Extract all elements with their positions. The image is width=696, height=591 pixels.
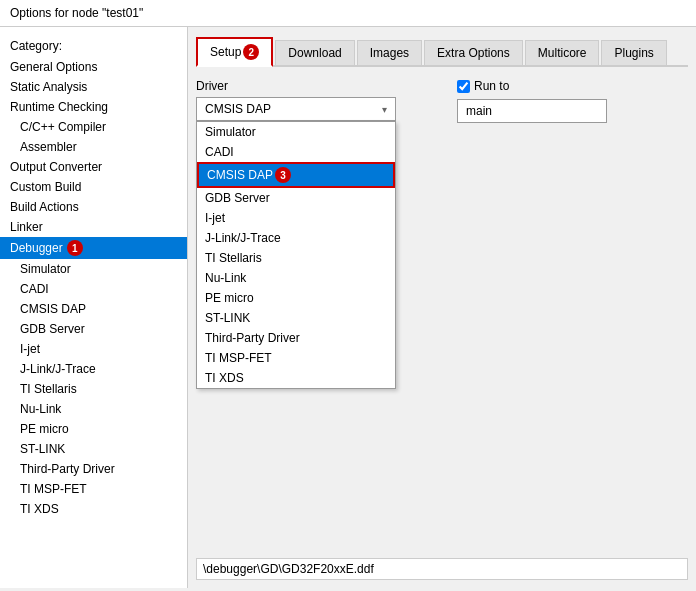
- tab-bar: Setup2DownloadImagesExtra OptionsMultico…: [196, 35, 688, 67]
- driver-right: Run to: [457, 79, 688, 123]
- file-path-container: \debugger\GD\GD32F20xxE.ddf: [196, 542, 688, 580]
- dropdown-item-i-jet[interactable]: I-jet: [197, 208, 395, 228]
- tab-download[interactable]: Download: [275, 40, 354, 65]
- sidebar-item-runtime-checking[interactable]: Runtime Checking: [0, 97, 187, 117]
- title-text: Options for node "test01": [10, 6, 143, 20]
- main-content: Setup2DownloadImagesExtra OptionsMultico…: [188, 27, 696, 588]
- sidebar-item-i-jet[interactable]: I-jet: [0, 339, 187, 359]
- dropdown-item-gdb-server[interactable]: GDB Server: [197, 188, 395, 208]
- tab-multicore[interactable]: Multicore: [525, 40, 600, 65]
- sidebar-item-nu-link[interactable]: Nu-Link: [0, 399, 187, 419]
- driver-selected-value: CMSIS DAP: [205, 102, 271, 116]
- sidebar-item-cmsis-dap[interactable]: CMSIS DAP: [0, 299, 187, 319]
- dropdown-item-cmsis-dap[interactable]: CMSIS DAP3: [197, 162, 395, 188]
- sidebar-item-build-actions[interactable]: Build Actions: [0, 197, 187, 217]
- sidebar-item-ti-msp-fet[interactable]: TI MSP-FET: [0, 479, 187, 499]
- dropdown-item-ti-msp-fet[interactable]: TI MSP-FET: [197, 348, 395, 368]
- sidebar-item-gdb-server[interactable]: GDB Server: [0, 319, 187, 339]
- tab-extra-options[interactable]: Extra Options: [424, 40, 523, 65]
- sidebar-item-third-party-driver[interactable]: Third-Party Driver: [0, 459, 187, 479]
- sidebar-item-linker[interactable]: Linker: [0, 217, 187, 237]
- sidebar-item-assembler[interactable]: Assembler: [0, 137, 187, 157]
- dropdown-item-cadi[interactable]: CADI: [197, 142, 395, 162]
- category-label: Category:: [0, 35, 187, 57]
- dropdown-item-third-party-driver[interactable]: Third-Party Driver: [197, 328, 395, 348]
- tab-images[interactable]: Images: [357, 40, 422, 65]
- dropdown-arrow-icon: ▾: [382, 104, 387, 115]
- dropdown-item-simulator[interactable]: Simulator: [197, 122, 395, 142]
- dropdown-item-ti-xds[interactable]: TI XDS: [197, 368, 395, 388]
- sidebar-item-general-options[interactable]: General Options: [0, 57, 187, 77]
- sidebar-item-simulator[interactable]: Simulator: [0, 259, 187, 279]
- sidebar-item-pe-micro[interactable]: PE micro: [0, 419, 187, 439]
- tabs-container: Setup2DownloadImagesExtra OptionsMultico…: [196, 35, 669, 65]
- tab-setup[interactable]: Setup2: [196, 37, 273, 67]
- run-to-row: Run to: [457, 79, 688, 93]
- file-path: \debugger\GD\GD32F20xxE.ddf: [196, 558, 688, 580]
- driver-left: Driver CMSIS DAP ▾ SimulatorCADICMSIS DA…: [196, 79, 427, 121]
- sidebar-item-output-converter[interactable]: Output Converter: [0, 157, 187, 177]
- dropdown-item-jlink-jtrace[interactable]: J-Link/J-Trace: [197, 228, 395, 248]
- sidebar-items-container: General OptionsStatic AnalysisRuntime Ch…: [0, 57, 187, 519]
- sidebar: Category: General OptionsStatic Analysis…: [0, 27, 188, 588]
- driver-dropdown-list: SimulatorCADICMSIS DAP3GDB ServerI-jetJ-…: [196, 121, 396, 389]
- sidebar-item-st-link[interactable]: ST-LINK: [0, 439, 187, 459]
- sidebar-item-debugger[interactable]: Debugger1: [0, 237, 187, 259]
- run-to-input[interactable]: [457, 99, 607, 123]
- sidebar-item-ti-xds[interactable]: TI XDS: [0, 499, 187, 519]
- driver-dropdown-trigger[interactable]: CMSIS DAP ▾: [196, 97, 396, 121]
- dropdown-item-pe-micro[interactable]: PE micro: [197, 288, 395, 308]
- title-bar: Options for node "test01": [0, 0, 696, 27]
- dropdown-item-nu-link[interactable]: Nu-Link: [197, 268, 395, 288]
- sidebar-item-jlink-jtrace[interactable]: J-Link/J-Trace: [0, 359, 187, 379]
- sidebar-item-cadi[interactable]: CADI: [0, 279, 187, 299]
- driver-label: Driver: [196, 79, 427, 93]
- dropdown-item-st-link[interactable]: ST-LINK: [197, 308, 395, 328]
- driver-section: Driver CMSIS DAP ▾ SimulatorCADICMSIS DA…: [196, 79, 688, 123]
- sidebar-item-ti-stellaris[interactable]: TI Stellaris: [0, 379, 187, 399]
- tab-plugins[interactable]: Plugins: [601, 40, 666, 65]
- sidebar-item-cpp-compiler[interactable]: C/C++ Compiler: [0, 117, 187, 137]
- run-to-checkbox[interactable]: [457, 80, 470, 93]
- sidebar-item-static-analysis[interactable]: Static Analysis: [0, 77, 187, 97]
- dropdown-item-ti-stellaris[interactable]: TI Stellaris: [197, 248, 395, 268]
- sidebar-item-custom-build[interactable]: Custom Build: [0, 177, 187, 197]
- run-to-label: Run to: [474, 79, 509, 93]
